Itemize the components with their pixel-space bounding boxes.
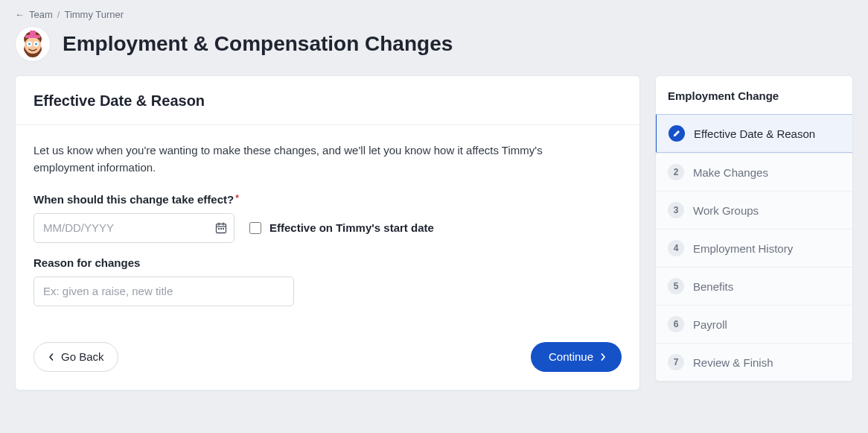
- go-back-label: Go Back: [61, 350, 104, 363]
- main-card: Effective Date & Reason Let us know when…: [15, 75, 640, 391]
- intro-text: Let us know when you're wanting to make …: [33, 142, 569, 177]
- reason-label: Reason for changes: [33, 256, 622, 269]
- section-title: Effective Date & Reason: [33, 92, 622, 110]
- step-label: Effective Date & Reason: [694, 127, 815, 140]
- continue-button[interactable]: Continue: [531, 342, 622, 372]
- svg-point-4: [28, 42, 31, 45]
- reason-input[interactable]: [33, 276, 294, 306]
- breadcrumb-separator: /: [57, 9, 60, 20]
- step-review-finish[interactable]: 7 Review & Finish: [656, 343, 852, 381]
- avatar: [15, 26, 51, 62]
- breadcrumb: ← Team / Timmy Turner: [15, 9, 853, 20]
- step-label: Review & Finish: [693, 356, 773, 369]
- svg-rect-7: [30, 31, 36, 36]
- step-label: Work Groups: [693, 204, 759, 217]
- svg-point-5: [35, 42, 37, 45]
- start-date-checkbox[interactable]: [249, 222, 261, 234]
- date-input-wrap: [33, 213, 234, 243]
- breadcrumb-person-link[interactable]: Timmy Turner: [64, 9, 124, 20]
- step-number-badge: 6: [668, 316, 684, 332]
- side-title: Employment Change: [656, 76, 852, 114]
- required-marker: *: [235, 193, 239, 203]
- start-date-checkbox-label: Effective on Timmy's start date: [269, 221, 434, 234]
- step-label: Make Changes: [693, 166, 768, 179]
- step-make-changes[interactable]: 2 Make Changes: [656, 153, 852, 191]
- step-number-badge: 5: [668, 278, 684, 294]
- step-benefits[interactable]: 5 Benefits: [656, 267, 852, 305]
- card-header: Effective Date & Reason: [16, 76, 639, 125]
- continue-label: Continue: [549, 350, 593, 363]
- effective-date-label: When should this change take effect?*: [33, 193, 622, 206]
- step-list: Effective Date & Reason 2 Make Changes 3…: [656, 114, 852, 381]
- breadcrumb-team-link[interactable]: Team: [29, 9, 53, 20]
- page-title: Employment & Compensation Changes: [63, 32, 453, 56]
- effective-date-label-text: When should this change take effect?: [33, 193, 234, 206]
- go-back-button[interactable]: Go Back: [33, 342, 118, 372]
- step-number-badge: 7: [668, 354, 684, 370]
- step-label: Employment History: [693, 242, 793, 255]
- side-steps-card: Employment Change Effective Date & Reaso…: [655, 75, 853, 382]
- avatar-illustration: [16, 28, 49, 60]
- reason-field: Reason for changes: [33, 256, 622, 306]
- effective-date-field: When should this change take effect?*: [33, 193, 622, 243]
- start-date-checkbox-row[interactable]: Effective on Timmy's start date: [246, 220, 434, 236]
- step-label: Benefits: [693, 280, 733, 293]
- card-footer: Go Back Continue: [16, 326, 639, 390]
- step-label: Payroll: [693, 318, 727, 331]
- step-effective-date[interactable]: Effective Date & Reason: [655, 114, 853, 153]
- step-number-badge: 3: [668, 202, 684, 218]
- pencil-icon: [668, 125, 685, 142]
- step-payroll[interactable]: 6 Payroll: [656, 305, 852, 343]
- chevron-left-icon: [48, 353, 55, 361]
- step-employment-history[interactable]: 4 Employment History: [656, 229, 852, 267]
- card-body: Let us know when you're wanting to make …: [16, 125, 639, 326]
- step-work-groups[interactable]: 3 Work Groups: [656, 191, 852, 229]
- chevron-right-icon: [599, 353, 607, 361]
- step-number-badge: 4: [668, 240, 684, 256]
- page-header: Employment & Compensation Changes: [15, 26, 853, 62]
- back-arrow-icon[interactable]: ←: [15, 9, 25, 20]
- step-number-badge: 2: [668, 164, 684, 180]
- effective-date-input[interactable]: [33, 213, 234, 243]
